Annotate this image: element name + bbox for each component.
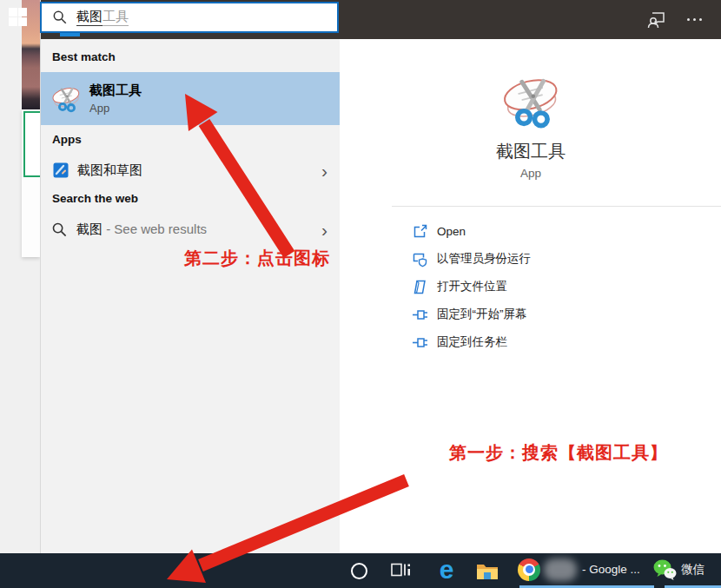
action-pin-to-taskbar[interactable]: 固定到任务栏 bbox=[340, 328, 721, 356]
wechat-taskbar-button[interactable]: 微信 bbox=[653, 553, 704, 585]
best-match-result[interactable]: 截图工具 App bbox=[41, 72, 340, 125]
web-result-label: 截图 - See web results bbox=[76, 221, 207, 238]
best-match-section-label: Best match bbox=[52, 50, 116, 63]
search-icon bbox=[52, 10, 68, 25]
app-result-label: 截图和草图 bbox=[77, 162, 142, 179]
chevron-right-icon: › bbox=[321, 162, 327, 180]
chrome-icon bbox=[518, 558, 540, 581]
preview-app-title: 截图工具 bbox=[340, 140, 721, 163]
annotation-step1: 第一步：搜索【截图工具】 bbox=[449, 441, 668, 465]
edge-icon[interactable]: e bbox=[434, 555, 459, 586]
action-open[interactable]: Open bbox=[340, 217, 721, 245]
wechat-icon bbox=[653, 559, 677, 580]
search-ime-composition: 工具 bbox=[103, 9, 129, 26]
pin-icon bbox=[412, 307, 428, 323]
blurred-window-title bbox=[544, 558, 577, 581]
chrome-taskbar-button[interactable]: - Google ... bbox=[518, 553, 640, 585]
action-pin-to-start[interactable]: 固定到“开始”屏幕 bbox=[340, 301, 721, 328]
action-open-file-location[interactable]: 打开文件位置 bbox=[340, 273, 721, 301]
preview-panel: 截图工具 App Open bbox=[340, 39, 721, 553]
snipping-tool-icon bbox=[50, 83, 82, 115]
taskbar-search-box[interactable]: 截图 工具 bbox=[40, 2, 339, 33]
search-flyout: All Apps Documents Web More Best match bbox=[40, 0, 721, 553]
context-actions: Open 以管理员身份运行 打开文件 bbox=[340, 217, 721, 356]
desktop-backdrop bbox=[0, 0, 40, 553]
web-section-label: Search the web bbox=[52, 192, 138, 205]
pin-icon bbox=[412, 334, 428, 351]
best-match-title: 截图工具 bbox=[89, 83, 142, 99]
task-view-icon[interactable] bbox=[390, 561, 411, 579]
web-search-result[interactable]: 截图 - See web results › bbox=[41, 214, 340, 245]
user-account-icon[interactable] bbox=[647, 11, 666, 29]
start-button[interactable] bbox=[9, 8, 30, 27]
background-window bbox=[22, 109, 40, 257]
preview-divider bbox=[392, 206, 721, 207]
file-location-icon bbox=[412, 279, 428, 295]
preview-app-type: App bbox=[340, 167, 721, 180]
snipping-tool-icon-large bbox=[496, 70, 566, 133]
screen: All Apps Documents Web More Best match bbox=[0, 0, 721, 588]
wechat-label: 微信 bbox=[681, 562, 704, 578]
apps-section-label: Apps bbox=[52, 133, 82, 146]
chrome-window-label: - Google ... bbox=[582, 563, 640, 576]
annotation-step2: 第二步：点击图标 bbox=[184, 247, 330, 270]
action-run-as-admin[interactable]: 以管理员身份运行 bbox=[340, 245, 721, 273]
results-panel: Best match 截图工具 App Apps 截图和草图 bbox=[41, 39, 340, 553]
admin-shield-icon bbox=[412, 251, 428, 268]
search-input-text: 截图 bbox=[76, 9, 103, 26]
best-match-type: App bbox=[89, 102, 142, 115]
open-icon bbox=[412, 223, 428, 240]
ellipsis-menu-icon[interactable] bbox=[687, 18, 702, 21]
chevron-right-icon: › bbox=[321, 221, 327, 239]
search-results-body: Best match 截图工具 App Apps 截图和草图 bbox=[41, 39, 721, 553]
app-result-snip-sketch[interactable]: 截图和草图 › bbox=[41, 155, 340, 186]
search-icon bbox=[51, 221, 68, 238]
snip-sketch-icon bbox=[53, 162, 69, 178]
cortana-icon[interactable] bbox=[351, 563, 367, 579]
file-explorer-icon[interactable] bbox=[476, 562, 499, 580]
